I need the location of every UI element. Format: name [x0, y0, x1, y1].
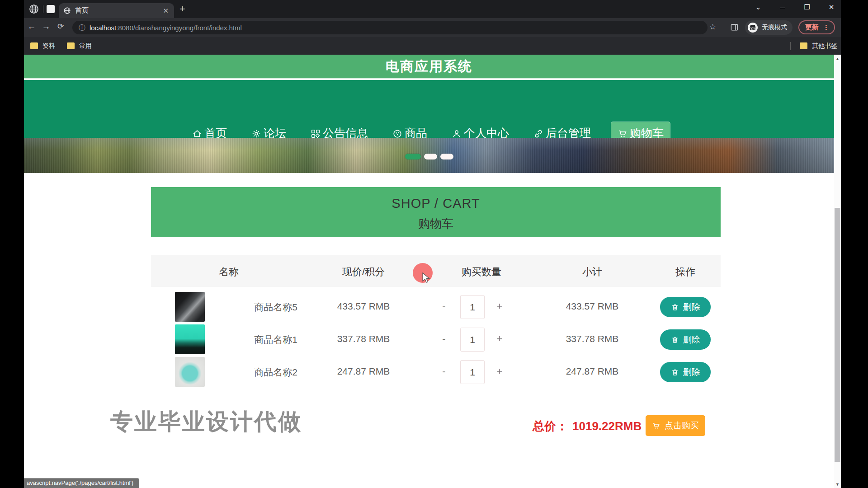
column-header: 小计: [582, 265, 602, 279]
incognito-icon: [747, 22, 758, 33]
side-panel-icon[interactable]: [730, 23, 739, 32]
product-name: 商品名称5: [254, 301, 297, 314]
new-tab-button[interactable]: +: [179, 4, 185, 14]
back-button[interactable]: ←: [26, 22, 38, 32]
bookmarks-left: 资料 常用: [30, 37, 92, 55]
page-viewport: 电商应用系统 首页 论坛 公告信息 商品 个人中心 后台管理 购物车: [24, 55, 834, 488]
square-icon[interactable]: [47, 5, 55, 13]
window-controls: ⌄ ─ ❐ ✕: [751, 1, 838, 14]
bookmark-star-icon[interactable]: ☆: [709, 22, 716, 32]
tab-home[interactable]: 首页 ✕: [59, 3, 174, 18]
column-header: 购买数量: [462, 265, 501, 279]
cart-row: 商品名称1 337.78 RMB - + 337.78 RMB 删除: [151, 324, 721, 355]
delete-button[interactable]: 删除: [660, 362, 711, 382]
other-bookmarks[interactable]: 其他书签: [800, 42, 837, 50]
product-name: 商品名称2: [254, 366, 297, 379]
scroll-down-icon[interactable]: ▼: [834, 482, 841, 487]
delete-button[interactable]: 删除: [660, 329, 711, 350]
cart-icon: [618, 128, 627, 138]
product-price: 433.57 RMB: [337, 301, 390, 312]
browser-logo-globe-icon[interactable]: [28, 4, 39, 14]
buy-button[interactable]: 点击购买: [646, 415, 705, 436]
product-image: [175, 357, 205, 387]
url-path: :8080/dianshangyingyong/front/index.html: [116, 24, 242, 32]
product-price: 337.78 RMB: [337, 333, 390, 344]
announcement-icon: [311, 128, 321, 138]
product-name: 商品名称1: [254, 333, 297, 346]
tab-close-icon[interactable]: ✕: [162, 6, 170, 15]
scrollbar-thumb[interactable]: [835, 208, 840, 462]
cart-header-zh: 购物车: [151, 216, 721, 232]
carousel-dot-2[interactable]: [424, 154, 437, 160]
home-icon: [192, 128, 202, 138]
quantity-increase-button[interactable]: +: [497, 366, 503, 377]
quantity-input[interactable]: [460, 328, 485, 352]
other-bookmarks-label: 其他书签: [812, 42, 837, 50]
cart-table-header: 名称现价/积分购买数量小计操作: [151, 255, 721, 287]
forward-button[interactable]: →: [40, 22, 52, 32]
incognito-label: 无痕模式: [762, 23, 787, 32]
quantity-input[interactable]: [460, 360, 485, 384]
product-image: [175, 292, 205, 322]
bookmarks-right: 其他书签: [790, 37, 837, 55]
folder-icon: [67, 42, 75, 49]
tab-title: 首页: [75, 6, 162, 15]
products-icon: [392, 128, 402, 138]
trash-icon: [671, 303, 679, 311]
scroll-up-icon[interactable]: ▲: [834, 56, 841, 61]
page-scrollbar[interactable]: ▲ ▼: [834, 55, 841, 488]
product-image: [175, 324, 205, 354]
screen: 首页 ✕ + ⌄ ─ ❐ ✕ ← → ⟳ ⓘ localhost:8080/di…: [0, 0, 868, 488]
reload-button[interactable]: ⟳: [55, 22, 66, 31]
quantity-decrease-button[interactable]: -: [442, 333, 445, 345]
carousel-dot-1[interactable]: [405, 154, 421, 160]
carousel-dots: [24, 154, 834, 160]
window-restore-button[interactable]: ❐: [800, 3, 814, 11]
browser-toolbar: ← → ⟳ ⓘ localhost:8080/dianshangyingyong…: [24, 18, 841, 37]
cart-row: 商品名称5 433.57 RMB - + 433.57 RMB 删除: [151, 291, 721, 323]
site-title: 电商应用系统: [24, 55, 834, 79]
buy-button-label: 点击购买: [665, 420, 699, 432]
quantity-decrease-button[interactable]: -: [442, 300, 445, 312]
carousel-dot-3[interactable]: [440, 154, 453, 160]
folder-icon: [30, 42, 38, 49]
quantity-decrease-button[interactable]: -: [442, 366, 445, 377]
update-label: 更新: [805, 23, 819, 32]
url-text: localhost:8080/dianshangyingyong/front/i…: [90, 24, 242, 32]
total-value: 1019.22RMB: [572, 419, 642, 433]
url-host: localhost: [90, 24, 116, 32]
cart-panel-header: SHOP / CART 购物车: [151, 187, 721, 237]
banner-image: [24, 138, 834, 173]
update-button[interactable]: 更新 ⋮: [798, 20, 835, 34]
trash-icon: [671, 368, 679, 376]
admin-icon: [533, 128, 543, 138]
cart-icon: [652, 422, 660, 430]
window-menu-chevron-icon[interactable]: ⌄: [751, 3, 765, 11]
total-label: 总价：: [533, 419, 568, 433]
profile-icon: [452, 128, 462, 138]
product-subtotal: 433.57 RMB: [566, 301, 619, 312]
quantity-input[interactable]: [460, 295, 485, 319]
tab-favicon-globe-icon: [63, 7, 71, 14]
cart-total: 总价：1019.22RMB: [533, 418, 642, 434]
bookmarks-bar: 资料 常用 其他书签: [24, 37, 841, 55]
address-bar[interactable]: ⓘ localhost:8080/dianshangyingyong/front…: [72, 21, 708, 34]
product-subtotal: 247.87 RMB: [566, 366, 619, 377]
browser-window: 首页 ✕ + ⌄ ─ ❐ ✕ ← → ⟳ ⓘ localhost:8080/di…: [24, 0, 841, 488]
quantity-increase-button[interactable]: +: [497, 300, 503, 312]
bookmark-item[interactable]: 常用: [67, 42, 92, 50]
tab-strip: 首页 ✕ + ⌄ ─ ❐ ✕: [24, 0, 841, 18]
divider: [790, 42, 791, 50]
browser-menu-dots-icon[interactable]: ⋮: [823, 23, 830, 32]
bookmark-item[interactable]: 资料: [30, 42, 55, 50]
watermark-text: 专业毕业设计代做: [110, 407, 302, 437]
delete-button[interactable]: 删除: [660, 297, 711, 317]
folder-icon: [800, 42, 807, 49]
cart-row: 商品名称2 247.87 RMB - + 247.87 RMB 删除: [151, 357, 721, 388]
window-minimize-button[interactable]: ─: [776, 4, 789, 11]
window-close-button[interactable]: ✕: [825, 3, 838, 11]
page-info-icon[interactable]: ⓘ: [79, 23, 85, 32]
trash-icon: [671, 336, 679, 344]
quantity-increase-button[interactable]: +: [497, 333, 503, 345]
product-subtotal: 337.78 RMB: [566, 333, 619, 344]
